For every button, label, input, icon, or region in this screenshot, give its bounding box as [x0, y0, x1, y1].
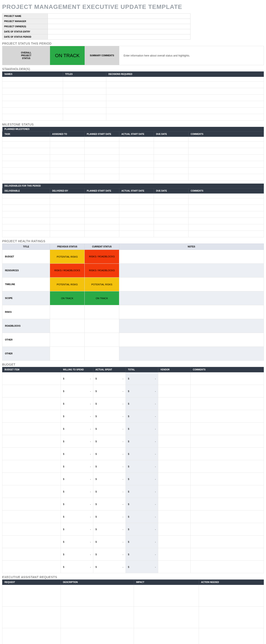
- exec-cell[interactable]: [61, 585, 134, 606]
- money-cell[interactable]: $-: [61, 372, 93, 385]
- cell[interactable]: [85, 168, 119, 174]
- summary-comments-text[interactable]: Enter information here about overall sta…: [119, 46, 264, 65]
- cell[interactable]: [119, 142, 154, 148]
- cell[interactable]: [63, 101, 106, 108]
- vendor-cell[interactable]: [158, 435, 191, 448]
- comments-cell[interactable]: [191, 398, 264, 410]
- comments-cell[interactable]: [191, 435, 264, 448]
- budget-item[interactable]: [2, 510, 61, 523]
- comments-cell[interactable]: [191, 510, 264, 523]
- vendor-cell[interactable]: [158, 485, 191, 498]
- exec-cell[interactable]: [2, 606, 61, 628]
- cell[interactable]: [50, 224, 85, 231]
- exec-cell[interactable]: [199, 606, 264, 628]
- cell[interactable]: [85, 194, 119, 198]
- cell[interactable]: [50, 218, 85, 224]
- cell[interactable]: [188, 224, 264, 231]
- health-notes[interactable]: [119, 264, 264, 278]
- cell[interactable]: [85, 224, 119, 231]
- cell[interactable]: [63, 88, 106, 94]
- money-cell[interactable]: $-: [126, 536, 158, 548]
- vendor-cell[interactable]: [158, 410, 191, 422]
- cell[interactable]: [85, 205, 119, 211]
- cell[interactable]: [188, 148, 264, 154]
- exec-cell[interactable]: [61, 628, 134, 644]
- vendor-cell[interactable]: [158, 398, 191, 410]
- comments-cell[interactable]: [191, 410, 264, 422]
- money-cell[interactable]: $-: [93, 460, 126, 473]
- cell[interactable]: [188, 137, 264, 142]
- vendor-cell[interactable]: [158, 385, 191, 398]
- budget-item[interactable]: [2, 372, 61, 385]
- cell[interactable]: [50, 205, 85, 211]
- comments-cell[interactable]: [191, 523, 264, 536]
- cell[interactable]: [119, 194, 154, 198]
- money-cell[interactable]: $-: [93, 398, 126, 410]
- cell[interactable]: [2, 194, 50, 198]
- money-cell[interactable]: $-: [93, 422, 126, 435]
- money-cell[interactable]: $-: [93, 536, 126, 548]
- money-cell[interactable]: $-: [126, 510, 158, 523]
- budget-item[interactable]: [2, 448, 61, 460]
- budget-item[interactable]: [2, 548, 61, 561]
- comments-cell[interactable]: [191, 448, 264, 460]
- cell[interactable]: [2, 168, 50, 174]
- comments-cell[interactable]: [191, 536, 264, 548]
- cell[interactable]: [85, 137, 119, 142]
- money-cell[interactable]: $-: [93, 448, 126, 460]
- cell[interactable]: [154, 174, 188, 180]
- cell[interactable]: [2, 154, 50, 161]
- cell[interactable]: [50, 161, 85, 168]
- cell[interactable]: [188, 161, 264, 168]
- cell[interactable]: [85, 198, 119, 205]
- money-cell[interactable]: $-: [61, 485, 93, 498]
- money-cell[interactable]: $-: [126, 485, 158, 498]
- cell[interactable]: [154, 218, 188, 224]
- cell[interactable]: [154, 194, 188, 198]
- health-notes[interactable]: [119, 347, 264, 361]
- cell[interactable]: [2, 161, 50, 168]
- cell[interactable]: [50, 194, 85, 198]
- money-cell[interactable]: $-: [61, 460, 93, 473]
- cell[interactable]: [188, 218, 264, 224]
- comments-cell[interactable]: [191, 372, 264, 385]
- cell[interactable]: [85, 154, 119, 161]
- comments-cell[interactable]: [191, 498, 264, 510]
- exec-cell[interactable]: [134, 628, 199, 644]
- health-notes[interactable]: [119, 291, 264, 305]
- cell[interactable]: [188, 194, 264, 198]
- cell[interactable]: [106, 77, 264, 82]
- cell[interactable]: [2, 88, 63, 94]
- cell[interactable]: [2, 205, 50, 211]
- money-cell[interactable]: $-: [61, 385, 93, 398]
- cell[interactable]: [85, 142, 119, 148]
- cell[interactable]: [85, 148, 119, 154]
- cell[interactable]: [50, 198, 85, 205]
- health-notes[interactable]: [119, 250, 264, 264]
- budget-item[interactable]: [2, 422, 61, 435]
- cell[interactable]: [106, 114, 264, 120]
- comments-cell[interactable]: [191, 422, 264, 435]
- health-notes[interactable]: [119, 278, 264, 291]
- money-cell[interactable]: $-: [93, 498, 126, 510]
- money-cell[interactable]: $-: [126, 523, 158, 536]
- vendor-cell[interactable]: [158, 561, 191, 573]
- cell[interactable]: [50, 142, 85, 148]
- cell[interactable]: [50, 148, 85, 154]
- money-cell[interactable]: $-: [93, 561, 126, 573]
- vendor-cell[interactable]: [158, 460, 191, 473]
- exec-cell[interactable]: [199, 585, 264, 606]
- cell[interactable]: [119, 198, 154, 205]
- vendor-cell[interactable]: [158, 372, 191, 385]
- vendor-cell[interactable]: [158, 498, 191, 510]
- budget-item[interactable]: [2, 485, 61, 498]
- cell[interactable]: [2, 77, 63, 82]
- info-value[interactable]: [48, 29, 190, 34]
- vendor-cell[interactable]: [158, 523, 191, 536]
- money-cell[interactable]: $-: [93, 372, 126, 385]
- comments-cell[interactable]: [191, 561, 264, 573]
- cell[interactable]: [85, 161, 119, 168]
- money-cell[interactable]: $-: [93, 435, 126, 448]
- budget-item[interactable]: [2, 473, 61, 485]
- budget-item[interactable]: [2, 523, 61, 536]
